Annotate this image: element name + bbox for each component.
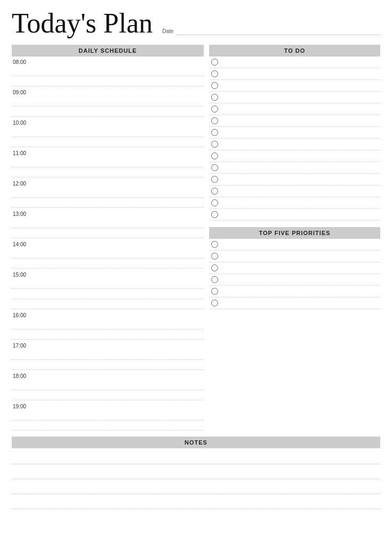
- note-line-3[interactable]: [12, 479, 380, 494]
- todo-item-14[interactable]: [209, 209, 380, 221]
- schedule-line: [12, 381, 204, 390]
- priority-checkbox-3[interactable]: [211, 264, 218, 271]
- todo-item-11[interactable]: [209, 174, 380, 186]
- time-group-12: 12:00: [12, 178, 204, 208]
- todo-item-13[interactable]: [209, 197, 380, 209]
- todo-item-5[interactable]: [209, 103, 380, 115]
- priority-item-4[interactable]: [209, 274, 380, 286]
- schedule-line: [12, 411, 204, 421]
- schedule-line: [12, 168, 204, 178]
- time-group-17: 17:00: [12, 340, 204, 370]
- time-group-13: 13:00: [12, 208, 204, 238]
- todo-checkbox-5[interactable]: [211, 106, 218, 112]
- priority-checkbox-6[interactable]: [211, 300, 218, 307]
- todo-item-10[interactable]: [209, 162, 380, 174]
- time-group-15: 15:00: [12, 269, 204, 309]
- page-header: Today's Plan Date: [12, 10, 380, 37]
- todo-item-2[interactable]: [209, 68, 380, 80]
- time-label-10: 10:00: [12, 117, 204, 127]
- schedule-line: [12, 198, 204, 208]
- spacer: [209, 221, 380, 227]
- schedule-header: DAILY SCHEDULE: [12, 45, 204, 57]
- priority-checkbox-1[interactable]: [211, 241, 218, 248]
- date-label: Date: [162, 28, 173, 34]
- schedule-column: DAILY SCHEDULE 08:00 09:00 10:00 11:00 1…: [12, 45, 204, 431]
- time-group-10: 10:00: [12, 117, 204, 147]
- notes-header: NOTES: [12, 437, 380, 448]
- time-label-17: 17:00: [12, 340, 204, 350]
- todo-item-9[interactable]: [209, 150, 380, 162]
- time-label-13: 13:00: [12, 208, 204, 218]
- schedule-line: [12, 360, 204, 370]
- schedule-line: [12, 421, 204, 431]
- todo-checkbox-7[interactable]: [211, 129, 218, 136]
- schedule-line: [12, 67, 204, 76]
- todo-checkbox-2[interactable]: [211, 70, 218, 77]
- time-group-08: 08:00: [12, 57, 204, 86]
- time-label-14: 14:00: [12, 239, 204, 248]
- schedule-line: [12, 229, 204, 238]
- date-line[interactable]: [177, 28, 380, 35]
- todo-checkbox-11[interactable]: [211, 176, 218, 183]
- todo-item-6[interactable]: [209, 115, 380, 127]
- notes-section: NOTES: [12, 437, 380, 509]
- priority-item-1[interactable]: [209, 239, 380, 251]
- priority-item-2[interactable]: [209, 251, 380, 262]
- todo-checkbox-4[interactable]: [211, 94, 218, 101]
- todo-item-4[interactable]: [209, 92, 380, 103]
- note-line-1[interactable]: [12, 449, 380, 464]
- todo-checkbox-3[interactable]: [211, 82, 218, 89]
- priority-checkbox-4[interactable]: [211, 276, 218, 283]
- todo-item-3[interactable]: [209, 80, 380, 92]
- todo-item-8[interactable]: [209, 139, 380, 150]
- todo-item-12[interactable]: [209, 186, 380, 197]
- time-group-16: 16:00: [12, 310, 204, 340]
- time-label-09: 09:00: [12, 87, 204, 96]
- note-line-4[interactable]: [12, 494, 380, 509]
- schedule-line: [12, 350, 204, 360]
- time-group-11: 11:00: [12, 148, 204, 178]
- todo-checkbox-10[interactable]: [211, 164, 218, 171]
- page-title: Today's Plan: [12, 10, 153, 37]
- time-label-15: 15:00: [12, 269, 204, 279]
- todo-checkbox-14[interactable]: [211, 211, 218, 218]
- priorities-header: TOP FIVE PRIORITIES: [209, 227, 380, 239]
- schedule-line: [12, 107, 204, 117]
- schedule-line: [12, 97, 204, 107]
- todo-checkbox-9[interactable]: [211, 152, 218, 159]
- todo-checkbox-1[interactable]: [211, 59, 218, 66]
- priority-item-6[interactable]: [209, 297, 380, 309]
- note-line-2[interactable]: [12, 464, 380, 479]
- right-column: TO DO TOP FIVE PRIORITIES: [209, 45, 380, 431]
- todo-checkbox-8[interactable]: [211, 141, 218, 148]
- todo-header: TO DO: [209, 45, 380, 57]
- time-label-12: 12:00: [12, 178, 204, 188]
- time-label-18: 18:00: [12, 370, 204, 380]
- todo-item-7[interactable]: [209, 127, 380, 139]
- time-label-08: 08:00: [12, 57, 204, 66]
- schedule-line: [12, 77, 204, 86]
- time-label-16: 16:00: [12, 310, 204, 319]
- priority-item-3[interactable]: [209, 262, 380, 274]
- schedule-line: [12, 249, 204, 259]
- todo-item-1[interactable]: [209, 57, 380, 68]
- schedule-line: [12, 279, 204, 289]
- schedule-line: [12, 219, 204, 228]
- priority-item-5[interactable]: [209, 286, 380, 297]
- schedule-line: [12, 259, 204, 269]
- priority-checkbox-2[interactable]: [211, 253, 218, 260]
- time-label-19: 19:00: [12, 401, 204, 410]
- todo-checkbox-13[interactable]: [211, 199, 218, 206]
- notes-lines: [12, 449, 380, 509]
- todo-checkbox-12[interactable]: [211, 188, 218, 195]
- time-group-18: 18:00: [12, 370, 204, 400]
- schedule-line: [12, 158, 204, 167]
- todo-checkbox-6[interactable]: [211, 117, 218, 124]
- schedule-line: [12, 138, 204, 147]
- schedule-line: [12, 127, 204, 137]
- schedule-line: [12, 289, 204, 299]
- time-label-11: 11:00: [12, 148, 204, 157]
- main-columns: DAILY SCHEDULE 08:00 09:00 10:00 11:00 1…: [12, 45, 380, 431]
- priority-checkbox-5[interactable]: [211, 288, 218, 295]
- date-field: Date: [162, 28, 380, 37]
